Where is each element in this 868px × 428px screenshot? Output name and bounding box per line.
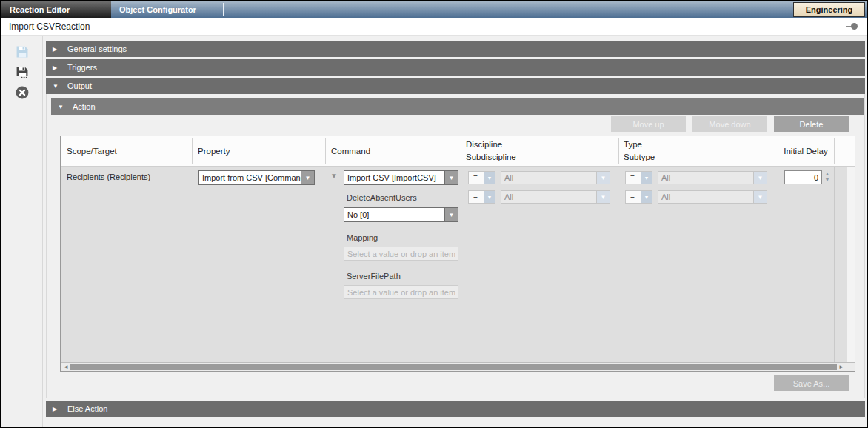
chevron-right-icon: ▶	[53, 406, 67, 412]
spinner-up-icon[interactable]: ▲	[825, 171, 830, 177]
col-property: Property	[198, 147, 230, 156]
dropdown-arrow-icon[interactable]: ▼	[596, 172, 610, 184]
tab-reaction-editor-label: Reaction Editor	[10, 5, 70, 14]
subdiscipline-operator-dropdown[interactable]: = ▼	[468, 190, 495, 204]
tab-object-configurator[interactable]: Object Configurator	[111, 1, 223, 18]
section-triggers[interactable]: ▶ Triggers	[46, 59, 865, 76]
col-subtype: Subtype	[624, 153, 655, 161]
vertical-scrollbar[interactable]	[847, 167, 855, 362]
tab-separator	[223, 3, 224, 16]
row-scope-target: Recipients (Recipients)	[67, 173, 150, 181]
dropdown-arrow-icon[interactable]: ▼	[753, 172, 767, 184]
col-scope-target: Scope/Target	[67, 147, 117, 156]
section-action-label: Action	[73, 102, 96, 111]
close-icon[interactable]	[16, 86, 29, 99]
col-discipline: Discipline	[466, 140, 502, 149]
dropdown-arrow-icon[interactable]: ▼	[753, 191, 767, 203]
top-tab-bar: Reaction Editor Object Configurator	[1, 1, 867, 18]
save-icon[interactable]	[16, 45, 29, 58]
section-output-label: Output	[67, 81, 92, 90]
engineering-mode-button[interactable]: Engineering	[793, 2, 865, 17]
discipline-operator-dropdown[interactable]: = ▼	[468, 171, 495, 184]
output-section-body: ▼ Action Move up Move down Delete Scope/…	[46, 94, 865, 398]
server-file-path-input[interactable]	[344, 285, 458, 299]
discipline-value-dropdown[interactable]: All ▼	[501, 171, 610, 184]
subtype-value-dropdown[interactable]: All ▼	[658, 190, 767, 204]
param-label: Mapping	[347, 233, 378, 242]
section-general-settings[interactable]: ▶ General settings	[46, 41, 865, 57]
dropdown-arrow-icon[interactable]: ▼	[444, 208, 458, 221]
spinner-down-icon[interactable]: ▼	[825, 177, 830, 183]
param-label: DeleteAbsentUsers	[347, 193, 417, 202]
chevron-down-icon: ▼	[53, 83, 67, 90]
col-initial-delay: Initial Delay	[778, 147, 834, 156]
app-window: Reaction Editor Object Configurator Engi…	[0, 0, 868, 428]
section-else-action-label: Else Action	[67, 404, 107, 413]
scroll-left-icon[interactable]: ◄	[63, 363, 69, 371]
tab-object-configurator-label: Object Configurator	[119, 5, 196, 14]
col-command: Command	[331, 147, 370, 156]
horizontal-scrollbar-thumb[interactable]	[70, 364, 837, 370]
dropdown-arrow-icon[interactable]: ▼	[641, 191, 652, 203]
initial-delay-spinner[interactable]: ▲ ▼	[823, 171, 832, 183]
reaction-title: Import CSVReaction	[9, 21, 90, 32]
mapping-input[interactable]	[344, 247, 458, 261]
action-button-row: Move up Move down Delete	[611, 116, 849, 132]
chevron-right-icon: ▶	[53, 64, 67, 71]
chevron-right-icon: ▶	[53, 46, 67, 53]
dropdown-arrow-icon[interactable]: ▼	[641, 172, 652, 184]
chevron-down-icon: ▼	[58, 104, 73, 110]
col-type: Type	[624, 140, 642, 149]
col-subdiscipline: Subdiscipline	[466, 153, 516, 161]
left-toolbar	[1, 36, 43, 427]
initial-delay-input[interactable]	[784, 170, 822, 184]
dropdown-arrow-icon[interactable]: ▼	[596, 191, 610, 203]
section-general-settings-label: General settings	[67, 44, 127, 53]
pin-icon[interactable]	[846, 23, 858, 30]
command-dropdown-value: Import CSV [ImportCSV]	[344, 171, 444, 184]
subtype-operator-dropdown[interactable]: = ▼	[625, 190, 652, 204]
property-dropdown-value: Import from CSV [Commands.	[199, 171, 301, 184]
type-operator-dropdown[interactable]: = ▼	[625, 171, 652, 184]
save-as-button[interactable]: Save As...	[774, 375, 849, 391]
param-label: ServerFilePath	[347, 272, 401, 281]
dropdown-arrow-icon[interactable]: ▼	[301, 171, 314, 184]
dropdown-arrow-icon[interactable]: ▼	[484, 191, 495, 203]
move-down-button[interactable]: Move down	[692, 116, 767, 132]
subdiscipline-value-dropdown[interactable]: All ▼	[501, 190, 610, 204]
move-up-button[interactable]: Move up	[611, 116, 686, 132]
property-dropdown[interactable]: Import from CSV [Commands. ▼	[198, 170, 315, 185]
section-triggers-label: Triggers	[67, 63, 97, 72]
section-else-action[interactable]: ▶ Else Action	[46, 401, 865, 417]
dropdown-arrow-icon[interactable]: ▼	[444, 171, 458, 184]
tab-reaction-editor[interactable]: Reaction Editor	[1, 1, 111, 18]
type-value-dropdown[interactable]: All ▼	[658, 171, 767, 184]
save-as-icon[interactable]	[16, 66, 29, 79]
command-expander-icon[interactable]: ▼	[330, 172, 338, 180]
delete-button[interactable]: Delete	[774, 116, 849, 132]
section-action[interactable]: ▼ Action	[51, 98, 864, 115]
reaction-title-bar: Import CSVReaction	[1, 18, 867, 36]
command-dropdown[interactable]: Import CSV [ImportCSV] ▼	[344, 170, 458, 185]
dropdown-arrow-icon[interactable]: ▼	[484, 172, 495, 184]
action-table: Scope/Target Property Command Discipline…	[60, 136, 855, 372]
delete-absent-users-dropdown[interactable]: No [0] ▼	[344, 207, 458, 222]
section-output[interactable]: ▼ Output	[46, 78, 865, 94]
scroll-right-icon[interactable]: ►	[838, 363, 844, 371]
action-table-header: Scope/Target Property Command Discipline…	[61, 136, 855, 167]
horizontal-scrollbar[interactable]: ◄ ►	[61, 362, 855, 371]
editor-content: ▶ General settings ▶ Triggers ▼ Output ▼…	[46, 41, 865, 419]
